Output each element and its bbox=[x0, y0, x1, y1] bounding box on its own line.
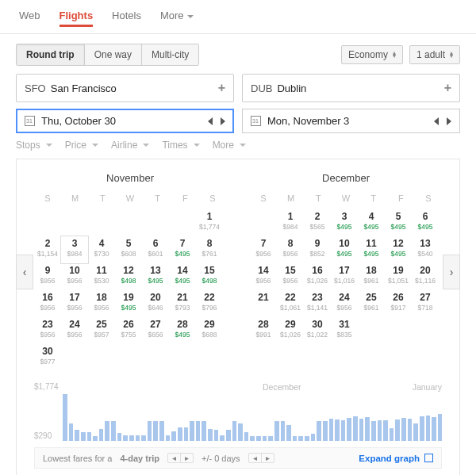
origin-input[interactable]: SFOSan Francisco + bbox=[16, 74, 234, 102]
nav-flights[interactable]: Flights bbox=[60, 6, 94, 27]
price-bar[interactable] bbox=[208, 429, 213, 442]
nav-web[interactable]: Web bbox=[19, 6, 40, 27]
calendar-day[interactable]: 22$1,061 bbox=[277, 290, 304, 317]
calendar-day[interactable]: 5$608 bbox=[115, 236, 142, 263]
price-bar[interactable] bbox=[81, 432, 86, 441]
calendar-day[interactable]: 30$977 bbox=[34, 344, 61, 371]
price-bar[interactable] bbox=[136, 435, 140, 441]
calendar-day[interactable]: 5$495 bbox=[385, 209, 412, 236]
price-bar[interactable] bbox=[281, 421, 286, 441]
price-bar[interactable] bbox=[220, 435, 225, 441]
price-bar[interactable] bbox=[420, 416, 424, 441]
price-bar[interactable] bbox=[105, 421, 109, 441]
calendar-day[interactable]: 9$852 bbox=[304, 236, 331, 263]
price-bar[interactable] bbox=[184, 427, 189, 441]
price-bar[interactable] bbox=[117, 433, 122, 441]
price-bar[interactable] bbox=[171, 431, 176, 441]
price-bar[interactable] bbox=[123, 435, 128, 441]
depart-date[interactable]: Thu, October 30 bbox=[16, 109, 234, 133]
price-bar[interactable] bbox=[232, 421, 237, 441]
price-bar[interactable] bbox=[432, 417, 436, 441]
price-bar[interactable] bbox=[359, 419, 364, 441]
calendar-day[interactable]: 27$718 bbox=[412, 290, 439, 317]
price-bar[interactable] bbox=[317, 421, 321, 441]
calendar-day[interactable]: 22$796 bbox=[196, 290, 223, 317]
chevron-right-icon[interactable] bbox=[221, 117, 225, 125]
filter-more[interactable]: More bbox=[213, 140, 246, 151]
price-bar[interactable] bbox=[371, 421, 376, 441]
price-bar[interactable] bbox=[141, 435, 146, 441]
price-bar[interactable] bbox=[93, 436, 98, 441]
price-bar[interactable] bbox=[347, 418, 351, 441]
price-bar[interactable] bbox=[341, 420, 346, 441]
calendar-day[interactable]: 27$656 bbox=[142, 317, 169, 344]
price-bar[interactable] bbox=[274, 421, 279, 441]
calendar-day[interactable]: 2$1,154 bbox=[34, 236, 61, 263]
price-bar[interactable] bbox=[75, 430, 79, 441]
price-bar[interactable] bbox=[298, 436, 303, 441]
calendar-day[interactable]: 20$1,116 bbox=[412, 263, 439, 290]
calendar-day[interactable]: 8$761 bbox=[196, 236, 223, 263]
calendar-day[interactable]: 7$956 bbox=[250, 236, 277, 263]
calendar-day[interactable]: 17$1,016 bbox=[331, 263, 358, 290]
price-bar[interactable] bbox=[69, 423, 74, 441]
price-bar[interactable] bbox=[148, 421, 152, 441]
price-bar[interactable] bbox=[244, 432, 249, 441]
plus-icon[interactable]: + bbox=[444, 81, 451, 95]
calendar-day[interactable]: 16$1,026 bbox=[304, 263, 331, 290]
price-bar[interactable] bbox=[413, 423, 418, 441]
price-bar[interactable] bbox=[408, 419, 413, 441]
calendar-day[interactable]: 17$956 bbox=[61, 290, 88, 317]
calendar-day[interactable]: 12$498 bbox=[115, 263, 142, 290]
calendar-day[interactable]: 26$917 bbox=[385, 290, 412, 317]
calendar-day[interactable]: 13$540 bbox=[412, 236, 439, 263]
calendar-next[interactable]: › bbox=[443, 255, 460, 289]
calendar-day[interactable]: 26$755 bbox=[115, 317, 142, 344]
calendar-day[interactable]: 1$984 bbox=[277, 209, 304, 236]
cabin-select[interactable]: Economy▴▾ bbox=[341, 45, 403, 64]
price-bar[interactable] bbox=[87, 432, 92, 441]
price-bar[interactable] bbox=[153, 421, 158, 441]
calendar-day[interactable]: 13$495 bbox=[142, 263, 169, 290]
return-date[interactable]: Mon, November 3 bbox=[242, 109, 460, 133]
price-bar[interactable] bbox=[159, 421, 164, 441]
calendar-day[interactable]: 10$956 bbox=[61, 263, 88, 290]
calendar-day[interactable]: 2$565 bbox=[304, 209, 331, 236]
calendar-day[interactable]: 3$495 bbox=[331, 209, 358, 236]
calendar-day[interactable]: 24$956 bbox=[331, 290, 358, 317]
calendar-day[interactable]: 1$1,774 bbox=[196, 209, 223, 236]
calendar-day[interactable]: 3$984 bbox=[61, 236, 88, 263]
calendar-day[interactable]: 6$601 bbox=[142, 236, 169, 263]
calendar-day[interactable]: 11$530 bbox=[88, 263, 115, 290]
price-bar[interactable] bbox=[214, 430, 219, 441]
plus-icon[interactable]: + bbox=[218, 81, 225, 95]
price-bar[interactable] bbox=[99, 429, 104, 442]
calendar-day[interactable]: 18$956 bbox=[88, 290, 115, 317]
destination-input[interactable]: DUBDublin + bbox=[242, 74, 460, 102]
price-bar[interactable] bbox=[178, 427, 182, 441]
price-bar[interactable] bbox=[323, 421, 328, 441]
calendar-day[interactable]: 24$956 bbox=[61, 317, 88, 344]
price-bar[interactable] bbox=[401, 418, 406, 441]
calendar-day[interactable]: 4$495 bbox=[358, 209, 385, 236]
calendar-day[interactable]: 6$495 bbox=[412, 209, 439, 236]
calendar-day[interactable]: 10$495 bbox=[331, 236, 358, 263]
calendar-day[interactable]: 23$956 bbox=[34, 317, 61, 344]
chevron-left-icon[interactable] bbox=[434, 117, 439, 125]
calendar-day[interactable]: 18$961 bbox=[358, 263, 385, 290]
calendar-day[interactable]: 30$1,022 bbox=[304, 317, 331, 344]
nav-more[interactable]: More bbox=[160, 6, 194, 27]
calendar-day[interactable]: 9$956 bbox=[34, 263, 61, 290]
price-bar[interactable] bbox=[202, 421, 206, 441]
one-way-button[interactable]: One way bbox=[85, 44, 142, 65]
price-bar[interactable] bbox=[190, 421, 194, 441]
price-bar[interactable] bbox=[63, 394, 67, 441]
calendar-day[interactable]: 14$495 bbox=[169, 263, 196, 290]
days-stepper[interactable]: ◂▸ bbox=[248, 453, 274, 463]
price-bar[interactable] bbox=[335, 419, 340, 441]
calendar-prev[interactable]: ‹ bbox=[16, 255, 33, 289]
price-bar[interactable] bbox=[365, 417, 370, 441]
calendar-day[interactable]: 28$495 bbox=[169, 317, 196, 344]
calendar-day[interactable]: 21 bbox=[250, 290, 277, 317]
calendar-day[interactable]: 15$498 bbox=[196, 263, 223, 290]
